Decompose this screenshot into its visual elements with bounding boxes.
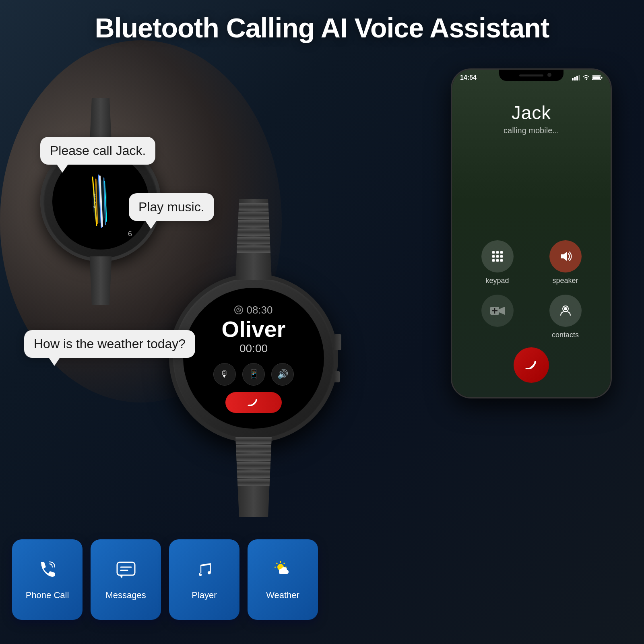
watch-band-top [235, 199, 272, 280]
svg-rect-31 [117, 562, 135, 575]
bubble-music-text: Play music. [138, 200, 204, 214]
svg-rect-22 [500, 255, 503, 258]
keypad-icon [491, 250, 504, 263]
ai-label: Ai voice [93, 194, 97, 208]
phone-contacts-label: contacts [552, 331, 579, 339]
svg-rect-19 [500, 251, 503, 254]
phone-end-row [460, 347, 603, 389]
messages-icon [116, 559, 136, 584]
ai-waveform: Ai voice [80, 169, 121, 233]
phone-speaker-label: speaker [552, 277, 578, 285]
speech-bubble-music: Play music. [129, 193, 214, 221]
watch-crown[interactable] [334, 334, 341, 350]
phone-caller-info: Jack calling mobile... [460, 102, 603, 135]
feature-tile-phone-call[interactable]: Phone Call [12, 539, 83, 620]
phone-caller-name: Jack [460, 102, 603, 124]
phone-speaker-ctrl: speaker [536, 240, 594, 285]
phone-video-button[interactable] [481, 295, 514, 327]
speaker-icon [559, 250, 572, 262]
svg-rect-23 [492, 259, 495, 262]
svg-rect-12 [576, 76, 578, 80]
phone-status-icons [572, 75, 603, 80]
watch-time-row: 08:30 [234, 304, 272, 316]
watch-call-time: 08:30 [246, 304, 272, 316]
phone-call-label: Phone Call [26, 590, 69, 601]
svg-rect-16 [593, 76, 600, 79]
feature-tile-messages[interactable]: Messages [91, 539, 161, 620]
weather-label: Weather [266, 590, 299, 601]
svg-rect-11 [574, 77, 576, 80]
svg-rect-20 [492, 255, 495, 258]
watch-band-bottom [235, 437, 272, 517]
svg-line-39 [277, 563, 277, 564]
phone-body: 14:54 [451, 68, 612, 398]
watch-main-outer: 08:30 Oliver 00:00 🎙 📱 🔊 [169, 274, 338, 443]
main-container: Bluetooth Calling AI Voice Assistant Ple… [0, 0, 644, 644]
phone-keypad-ctrl: keypad [468, 240, 526, 285]
watch-small-number: 6 [128, 230, 132, 238]
phone-end-call-button[interactable] [514, 347, 549, 383]
phone-video-ctrl [468, 295, 526, 339]
watch-main-screen: 08:30 Oliver 00:00 🎙 📱 🔊 [183, 288, 324, 429]
phone-status-bar: 14:54 [460, 73, 603, 83]
phone-keypad-label: keypad [485, 277, 509, 285]
svg-rect-10 [572, 78, 574, 80]
wifi-icon [582, 75, 590, 80]
watch-crown-small[interactable] [334, 371, 340, 382]
phone-call-icon [37, 559, 58, 584]
signal-icon [572, 75, 580, 80]
speech-bubble-call: Please call Jack. [40, 137, 155, 165]
feature-tile-weather[interactable]: Weather [248, 539, 318, 620]
svg-line-9 [239, 310, 240, 310]
phone: 14:54 [451, 68, 612, 398]
phone-speaker-button[interactable] [549, 240, 582, 272]
phone-contacts-button[interactable] [549, 295, 582, 327]
phone-caller-status: calling mobile... [460, 126, 603, 135]
music-icon [194, 559, 215, 580]
page-title: Bluetooth Calling AI Voice Assistant [0, 12, 644, 43]
bubble-call-text: Please call Jack. [50, 143, 146, 158]
svg-point-30 [564, 307, 567, 310]
player-icon [194, 559, 215, 584]
waveform-svg [85, 173, 117, 229]
watch-controls: 🎙 📱 🔊 [213, 363, 294, 386]
watch-end-call-button[interactable] [225, 392, 282, 413]
watch-clock-icon [234, 305, 243, 314]
svg-rect-24 [496, 259, 499, 262]
watch-main: 08:30 Oliver 00:00 🎙 📱 🔊 [169, 274, 338, 443]
battery-icon [592, 75, 603, 80]
phone-call-controls: keypad speaker [460, 240, 603, 339]
watch-duration: 00:00 [239, 342, 268, 355]
message-icon [116, 559, 136, 580]
contacts-icon [559, 304, 572, 317]
bubble-weather-text: How is the weather today? [34, 336, 186, 351]
watch-small-band-bottom [90, 256, 112, 305]
phone-screen: Jack calling mobile... [452, 70, 611, 397]
phone-keypad-button[interactable] [481, 240, 514, 272]
svg-rect-25 [500, 259, 503, 262]
weather-svg-icon [272, 559, 294, 580]
watch-mute-button[interactable]: 🎙 [213, 363, 236, 386]
feature-tile-player[interactable]: Player [169, 539, 239, 620]
messages-label: Messages [105, 590, 146, 601]
watch-speaker-button[interactable]: 🔊 [271, 363, 294, 386]
end-call-icon [524, 361, 539, 369]
phone-clock: 14:54 [460, 74, 477, 81]
svg-rect-15 [601, 77, 603, 78]
speech-bubble-weather: How is the weather today? [24, 330, 195, 358]
feature-tiles: Phone Call Messages Player [12, 539, 318, 620]
video-icon [490, 305, 505, 316]
svg-rect-18 [496, 251, 499, 254]
weather-icon [272, 559, 294, 584]
svg-line-41 [284, 563, 285, 564]
phone-icon [37, 559, 58, 580]
watch-phone-button[interactable]: 📱 [242, 363, 265, 386]
svg-rect-21 [496, 255, 499, 258]
svg-rect-13 [579, 75, 580, 80]
phone-contacts-ctrl: contacts [536, 295, 594, 339]
player-label: Player [192, 590, 217, 601]
svg-rect-17 [492, 251, 495, 254]
watch-caller-name: Oliver [222, 318, 286, 341]
